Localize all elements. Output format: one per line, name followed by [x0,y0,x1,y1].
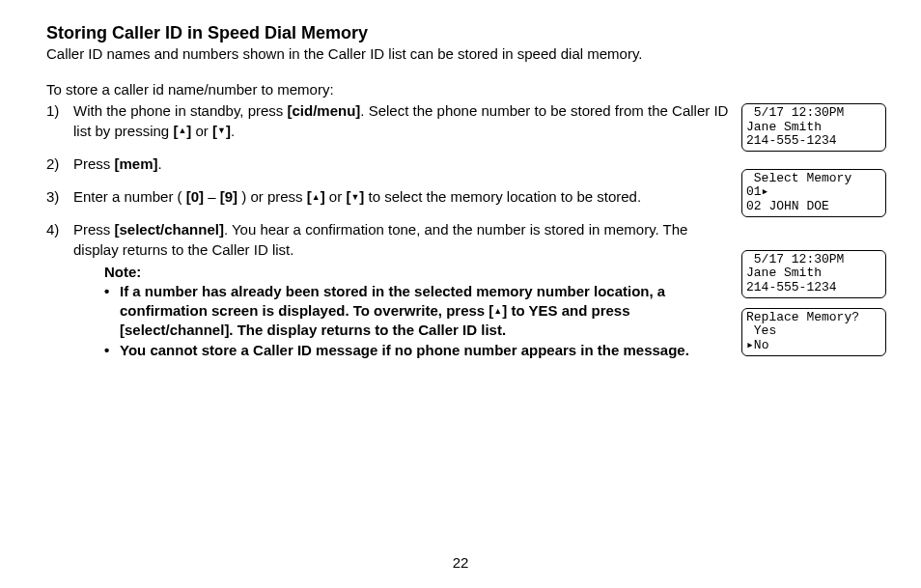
step-2: 2) Press [mem]. [46,154,732,174]
key-up: [▲] [307,188,325,205]
key-nine: [9] [220,188,237,205]
step-body: Press [mem]. [73,154,732,174]
lcd-line: Replace Memory? [746,310,859,324]
lcd-line: Yes [746,323,776,338]
note-heading: Note: [104,264,732,280]
note-text: If a number has already been stored in t… [120,282,732,341]
steps-column: 1) With the phone in standby, press [cid… [46,101,732,360]
step-body: Press [select/channel]. You hear a confi… [73,220,732,260]
lead-text: To store a caller id name/number to memo… [46,81,882,98]
lcd-screen-2: Select Memory 01▸ 02 JOHN DOE [741,169,886,217]
lcd-line: 214-555-1234 [746,133,837,148]
key-select-channel: [select/channel] [115,221,224,238]
down-triangle-icon: ▼ [217,125,226,136]
key-zero: [0] [186,188,204,205]
text: . [158,155,162,172]
text: Press [73,221,115,238]
text: or [325,188,347,205]
up-triangle-icon: ▲ [178,125,186,136]
note-item-1: If a number has already been stored in t… [104,282,732,341]
step-4: 4) Press [select/channel]. You hear a co… [46,220,732,260]
lcd-line: ▸No [746,338,768,352]
step-3: 3) Enter a number ( [0] – [9] ) or press… [46,187,732,207]
text: . [231,123,235,139]
key-mem: [mem] [115,155,158,172]
step-number: 3) [46,187,73,207]
manual-page: Storing Caller ID in Speed Dial Memory C… [0,0,921,588]
step-number: 2) [46,154,73,174]
step-number: 4) [46,220,73,260]
intro-text: Caller ID names and numbers shown in the… [46,44,882,64]
page-title: Storing Caller ID in Speed Dial Memory [46,23,882,43]
text: Enter a number ( [73,188,186,205]
key-cid-menu: [cid/menu] [288,102,361,119]
bullet-icon [104,282,120,341]
lcd-line: 02 JOHN DOE [746,199,829,213]
step-1: 1) With the phone in standby, press [cid… [46,101,732,141]
page-number: 22 [0,554,921,571]
lcd-line: Jane Smith [746,120,822,134]
step-number: 1) [46,101,73,141]
text: or [191,123,212,139]
key-down: [▼] [212,123,231,139]
note-list: If a number has already been stored in t… [104,282,732,360]
bullet-icon [104,341,120,360]
step-body: Enter a number ( [0] – [9] ) or press [▲… [73,187,732,207]
lcd-line: 214-555-1234 [746,280,837,294]
text: – [204,188,220,205]
up-triangle-icon: ▲ [312,191,321,203]
step-body: With the phone in standby, press [cid/me… [73,101,732,141]
text: With the phone in standby, press [73,102,288,119]
note-block: Note: If a number has already been store… [104,264,732,360]
steps-list: 1) With the phone in standby, press [cid… [46,101,732,260]
lcd-line: 5/17 12:30PM [746,252,844,266]
lcd-line: Jane Smith [746,266,822,280]
content-row: 1) With the phone in standby, press [cid… [46,101,882,374]
note-text: You cannot store a Caller ID message if … [120,341,732,360]
lcd-line: 01▸ [746,184,768,199]
up-triangle-icon: ▲ [493,305,502,317]
lcd-screen-1: 5/17 12:30PM Jane Smith 214-555-1234 [741,103,886,152]
text: to select the memory location to be stor… [364,188,641,205]
text: Press [73,155,115,172]
lcd-screen-4: Replace Memory? Yes ▸No [741,308,886,356]
lcd-column: 5/17 12:30PM Jane Smith 214-555-1234 Sel… [741,101,886,374]
lcd-line: 5/17 12:30PM [746,105,844,120]
down-triangle-icon: ▼ [350,191,359,203]
text: ) or press [237,188,307,205]
key-down: [▼] [346,188,364,205]
lcd-screen-3: 5/17 12:30PM Jane Smith 214-555-1234 [741,250,886,298]
key-up: [▲] [173,123,191,139]
note-item-2: You cannot store a Caller ID message if … [104,341,732,360]
lcd-line: Select Memory [746,171,851,185]
